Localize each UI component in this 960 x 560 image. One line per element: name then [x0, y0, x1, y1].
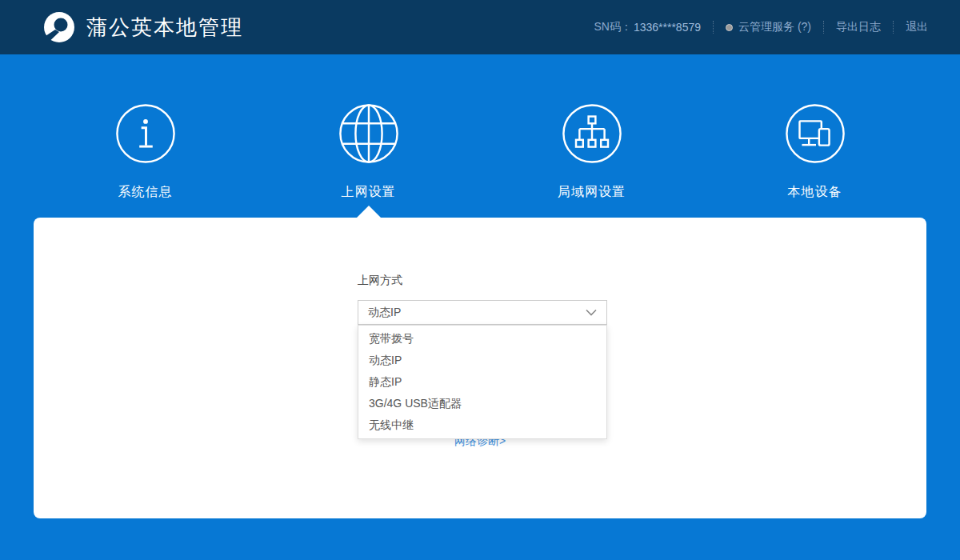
cloud-status-dot-icon [726, 24, 733, 31]
header-actions: SN码： 1336****8579 云管理服务 (?) 导出日志 退出 [594, 20, 928, 34]
lan-tree-icon [561, 102, 623, 165]
chevron-down-icon [586, 309, 597, 316]
select-value: 动态IP [368, 306, 401, 320]
nav-item-system-info[interactable]: 系统信息 [34, 54, 257, 218]
divider [893, 21, 894, 34]
nav-item-local-devices[interactable]: 本地设备 [703, 54, 926, 218]
nav-label: 上网设置 [342, 184, 396, 201]
content-card: 上网方式 动态IP 宽带拨号动态IP静态IP3G/4G USB适配器无线中继 网… [34, 218, 926, 518]
nav-label: 本地设备 [788, 184, 842, 201]
active-tab-pointer [357, 206, 381, 218]
main-nav: 系统信息 上网设置 局域网设置 [34, 54, 926, 218]
dropdown-list: 宽带拨号动态IP静态IP3G/4G USB适配器无线中继 [358, 325, 607, 439]
dropdown-option[interactable]: 无线中继 [358, 414, 606, 436]
sn-code: SN码： 1336****8579 [594, 20, 701, 34]
connection-type-label: 上网方式 [358, 274, 402, 288]
sn-label: SN码： [594, 20, 631, 34]
dropdown-option[interactable]: 静态IP [358, 371, 606, 393]
page-title: 蒲公英本地管理 [86, 14, 243, 42]
nav-label: 系统信息 [118, 184, 173, 201]
globe-icon [338, 102, 400, 165]
connection-type-select[interactable]: 动态IP [358, 300, 607, 325]
dropdown-option[interactable]: 3G/4G USB适配器 [358, 393, 606, 414]
logout-button[interactable]: 退出 [906, 20, 928, 34]
nav-item-internet-settings[interactable]: 上网设置 [257, 54, 480, 218]
export-log-button[interactable]: 导出日志 [836, 20, 881, 34]
cloud-service-link[interactable]: 云管理服务 (?) [726, 20, 811, 34]
nav-item-lan-settings[interactable]: 局域网设置 [480, 54, 703, 218]
divider [823, 21, 824, 34]
dropdown-option[interactable]: 宽带拨号 [358, 328, 606, 350]
dropdown-option[interactable]: 动态IP [358, 350, 606, 371]
info-icon [114, 102, 177, 165]
devices-icon [784, 102, 846, 165]
app-logo-icon [43, 11, 75, 43]
nav-label: 局域网设置 [558, 184, 626, 201]
header-bar: 蒲公英本地管理 SN码： 1336****8579 云管理服务 (?) 导出日志… [0, 0, 960, 54]
sn-value: 1336****8579 [634, 21, 701, 34]
cloud-service-label: 云管理服务 (?) [738, 20, 811, 34]
divider [713, 21, 714, 34]
